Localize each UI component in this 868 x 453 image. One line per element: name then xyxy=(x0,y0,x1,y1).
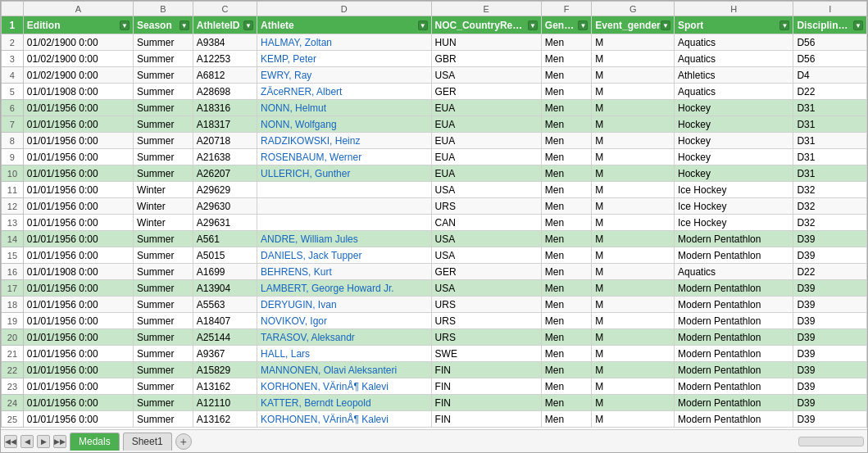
cell-sport[interactable]: Aquatics xyxy=(675,51,793,67)
col-letter-d[interactable]: D xyxy=(257,2,432,16)
cell-sport[interactable]: Ice Hockey xyxy=(675,182,793,198)
cell-athlete[interactable]: ZÄceRNER, Albert xyxy=(257,84,432,100)
cell-athlete[interactable] xyxy=(257,182,432,198)
cell-athlete[interactable]: RADZIKOWSKI, Heinz xyxy=(257,133,432,149)
cell-gender[interactable]: Men xyxy=(541,182,592,198)
row-number[interactable]: 5 xyxy=(2,84,24,100)
row-number[interactable]: 6 xyxy=(2,100,24,116)
cell-noc[interactable]: EUA xyxy=(431,133,541,149)
cell-noc[interactable]: FIN xyxy=(431,378,541,395)
row-number[interactable]: 25 xyxy=(2,411,24,428)
cell-edition[interactable]: 01/01/1956 0:00 xyxy=(23,362,133,378)
row-number[interactable]: 24 xyxy=(2,395,24,411)
cell-gender[interactable]: Men xyxy=(541,395,592,411)
cell-athleteid[interactable]: A20718 xyxy=(193,133,257,149)
row-number[interactable]: 2 xyxy=(2,34,24,51)
cell-gender[interactable]: Men xyxy=(541,84,592,100)
cell-gender[interactable]: Men xyxy=(541,149,592,165)
row-number[interactable]: 9 xyxy=(2,149,24,165)
row-number[interactable]: 17 xyxy=(2,280,24,297)
cell-edition[interactable]: 01/01/1956 0:00 xyxy=(23,247,133,264)
cell-gender[interactable]: Men xyxy=(541,378,592,395)
cell-season[interactable]: Summer xyxy=(134,51,193,67)
cell-athleteid[interactable]: A29631 xyxy=(193,215,257,231)
col-letter-h[interactable]: H xyxy=(675,2,793,16)
cell-athleteid[interactable]: A26207 xyxy=(193,165,257,182)
col-header-athlete[interactable]: Athlete ▼ xyxy=(257,16,432,34)
cell-noc[interactable]: EUA xyxy=(431,116,541,133)
row-number[interactable]: 19 xyxy=(2,313,24,329)
cell-event-gender[interactable]: M xyxy=(592,411,675,428)
cell-athleteid[interactable]: A15829 xyxy=(193,362,257,378)
cell-event-gender[interactable]: M xyxy=(592,116,675,133)
tab-nav-prev[interactable]: ◀ xyxy=(20,435,34,448)
cell-sport[interactable]: Modern Pentathlon xyxy=(675,378,793,395)
cell-disciplineid[interactable]: D22 xyxy=(793,84,867,100)
cell-season[interactable]: Winter xyxy=(134,182,193,198)
cell-gender[interactable]: Men xyxy=(541,215,592,231)
cell-athlete[interactable]: DANIELS, Jack Tupper xyxy=(257,247,432,264)
row-number[interactable]: 16 xyxy=(2,264,24,280)
cell-athleteid[interactable]: A13162 xyxy=(193,378,257,395)
cell-season[interactable]: Summer xyxy=(134,411,193,428)
cell-athlete[interactable]: DERYUGIN, Ivan xyxy=(257,297,432,313)
cell-noc[interactable]: FIN xyxy=(431,362,541,378)
cell-athlete[interactable]: KATTER, Berndt Leopold xyxy=(257,395,432,411)
cell-athlete[interactable]: KORHONEN, VÄrinÅ¶ Kalevi xyxy=(257,378,432,395)
cell-gender[interactable]: Men xyxy=(541,362,592,378)
cell-edition[interactable]: 01/01/1956 0:00 xyxy=(23,198,133,215)
cell-disciplineid[interactable]: D32 xyxy=(793,182,867,198)
cell-event-gender[interactable]: M xyxy=(592,280,675,297)
cell-disciplineid[interactable]: D31 xyxy=(793,149,867,165)
cell-season[interactable]: Summer xyxy=(134,313,193,329)
cell-edition[interactable]: 01/01/1956 0:00 xyxy=(23,280,133,297)
cell-gender[interactable]: Men xyxy=(541,346,592,362)
cell-gender[interactable]: Men xyxy=(541,329,592,346)
cell-sport[interactable]: Modern Pentathlon xyxy=(675,280,793,297)
col-letter-b[interactable]: B xyxy=(134,2,193,16)
cell-edition[interactable]: 01/01/1908 0:00 xyxy=(23,264,133,280)
cell-edition[interactable]: 01/01/1956 0:00 xyxy=(23,329,133,346)
cell-disciplineid[interactable]: D39 xyxy=(793,346,867,362)
cell-sport[interactable]: Modern Pentathlon xyxy=(675,395,793,411)
cell-edition[interactable]: 01/01/1956 0:00 xyxy=(23,297,133,313)
cell-edition[interactable]: 01/01/1956 0:00 xyxy=(23,215,133,231)
cell-disciplineid[interactable]: D56 xyxy=(793,34,867,51)
cell-noc[interactable]: USA xyxy=(431,182,541,198)
cell-sport[interactable]: Ice Hockey xyxy=(675,215,793,231)
cell-edition[interactable]: 01/01/1956 0:00 xyxy=(23,346,133,362)
cell-sport[interactable]: Modern Pentathlon xyxy=(675,346,793,362)
cell-event-gender[interactable]: M xyxy=(592,346,675,362)
cell-athlete[interactable]: KORHONEN, VÄrinÅ¶ Kalevi xyxy=(257,411,432,428)
filter-btn-disciplineid[interactable]: ▼ xyxy=(853,20,863,30)
cell-athlete[interactable]: ULLERICH, Gunther xyxy=(257,165,432,182)
row-number[interactable]: 4 xyxy=(2,67,24,84)
cell-noc[interactable]: EUA xyxy=(431,149,541,165)
cell-event-gender[interactable]: M xyxy=(592,297,675,313)
filter-btn-gender[interactable]: ▼ xyxy=(578,20,588,30)
cell-edition[interactable]: 01/02/1900 0:00 xyxy=(23,67,133,84)
cell-season[interactable]: Summer xyxy=(134,84,193,100)
cell-sport[interactable]: Hockey xyxy=(675,133,793,149)
cell-athlete[interactable]: KEMP, Peter xyxy=(257,51,432,67)
cell-athleteid[interactable]: A29630 xyxy=(193,198,257,215)
tab-nav-last[interactable]: ▶▶ xyxy=(53,435,66,448)
cell-noc[interactable]: USA xyxy=(431,280,541,297)
cell-gender[interactable]: Men xyxy=(541,116,592,133)
cell-season[interactable]: Summer xyxy=(134,231,193,247)
tab-sheet1[interactable]: Sheet1 xyxy=(123,433,172,451)
cell-athlete[interactable]: NONN, Helmut xyxy=(257,100,432,116)
cell-disciplineid[interactable]: D31 xyxy=(793,133,867,149)
cell-noc[interactable]: HUN xyxy=(431,34,541,51)
filter-btn-sport[interactable]: ▼ xyxy=(779,20,789,30)
cell-season[interactable]: Summer xyxy=(134,297,193,313)
cell-sport[interactable]: Modern Pentathlon xyxy=(675,247,793,264)
cell-event-gender[interactable]: M xyxy=(592,395,675,411)
cell-noc[interactable]: GER xyxy=(431,84,541,100)
cell-event-gender[interactable]: M xyxy=(592,362,675,378)
filter-btn-athlete[interactable]: ▼ xyxy=(418,20,428,30)
cell-disciplineid[interactable]: D39 xyxy=(793,231,867,247)
cell-athleteid[interactable]: A5015 xyxy=(193,247,257,264)
cell-athleteid[interactable]: A29629 xyxy=(193,182,257,198)
cell-athleteid[interactable]: A561 xyxy=(193,231,257,247)
